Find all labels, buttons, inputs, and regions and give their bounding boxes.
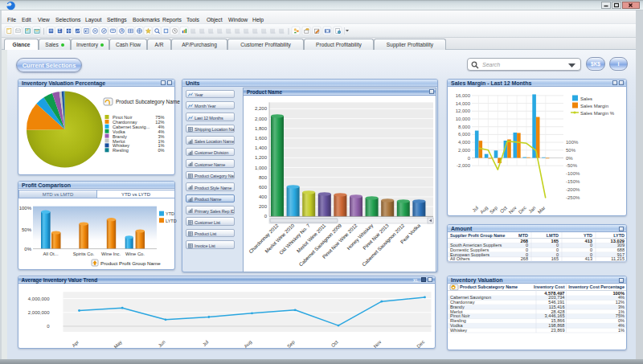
svg-text:Wine Inc.: Wine Inc. — [101, 252, 121, 256]
svg-text:LMTD: LMTD — [547, 233, 559, 238]
svg-text:0%: 0% — [158, 148, 164, 153]
svg-text:1%: 1% — [618, 328, 625, 333]
svg-text:-100%: -100% — [566, 171, 580, 176]
svg-text:Sales Margin: Sales Margin — [580, 103, 608, 108]
svg-text:Product Subcategory Name: Product Subcategory Name — [116, 99, 180, 105]
svg-text:Jul: Jul — [201, 339, 209, 347]
svg-text:2,000,000: 2,000,000 — [27, 310, 49, 315]
svg-text:Sep: Sep — [489, 205, 498, 215]
svg-text:Supplier Profit Group Name: Supplier Profit Group Name — [450, 233, 505, 238]
svg-text:0%: 0% — [566, 155, 573, 160]
svg-text:100%: 100% — [19, 206, 32, 211]
svg-text:2,200: 2,200 — [255, 106, 268, 111]
svg-text:Mar: Mar — [537, 205, 547, 215]
svg-text:Inventory Cost: Inventory Cost — [534, 284, 565, 289]
svg-text:4,000: 4,000 — [458, 140, 471, 145]
svg-text:Whiskey: Whiskey — [450, 328, 467, 333]
svg-text:Sales Margin %: Sales Margin % — [580, 110, 615, 115]
svg-text:Dec: Dec — [416, 339, 425, 349]
svg-text:May: May — [113, 339, 122, 349]
svg-text:600: 600 — [259, 184, 268, 189]
svg-text:100%: 100% — [566, 139, 579, 144]
svg-text:1,200: 1,200 — [255, 155, 268, 160]
svg-text:-200%: -200% — [566, 186, 580, 191]
svg-text:6,000: 6,000 — [458, 132, 471, 137]
svg-text:Apr: Apr — [71, 339, 80, 348]
svg-text:Jan: Jan — [528, 205, 537, 214]
svg-text:1,800: 1,800 — [255, 125, 268, 130]
svg-text:Product Profit Group Name: Product Profit Group Name — [100, 260, 161, 266]
svg-text:268: 268 — [521, 256, 528, 261]
svg-text:Jun: Jun — [157, 339, 166, 348]
svg-text:0: 0 — [264, 214, 268, 219]
svg-text:16,000: 16,000 — [456, 92, 471, 97]
svg-text:YTD: YTD — [584, 233, 592, 238]
svg-text:400: 400 — [259, 194, 268, 199]
svg-text:All Ot...: All Ot... — [43, 252, 58, 256]
svg-text:50%: 50% — [566, 147, 576, 152]
svg-text:Nov: Nov — [508, 205, 518, 215]
svg-text:4,000,000: 4,000,000 — [27, 297, 49, 301]
svg-text:-150%: -150% — [566, 178, 580, 183]
svg-text:Nov: Nov — [372, 339, 382, 349]
svg-text:1,400: 1,400 — [255, 145, 268, 150]
svg-text:MTD: MTD — [518, 233, 528, 238]
svg-text:YTD: YTD — [166, 211, 174, 216]
svg-text:10,000: 10,000 — [456, 117, 471, 121]
svg-text:2,000: 2,000 — [458, 147, 471, 152]
svg-text:0%: 0% — [24, 247, 31, 252]
svg-text:165: 165 — [551, 256, 559, 261]
svg-text:Wine Co.: Wine Co. — [125, 252, 145, 256]
svg-text:2,000: 2,000 — [255, 116, 268, 121]
svg-text:50%: 50% — [22, 227, 32, 232]
svg-text:Sales: Sales — [580, 96, 592, 100]
svg-text:Inventory Cost Percentage: Inventory Cost Percentage — [568, 284, 625, 289]
svg-text:All Others: All Others — [450, 256, 470, 261]
svg-text:23,869: 23,869 — [551, 328, 564, 333]
svg-text:Dec: Dec — [518, 205, 527, 215]
svg-text:Spirits Co.: Spirits Co. — [73, 252, 95, 256]
svg-text:1,600: 1,600 — [255, 135, 268, 140]
svg-text:413: 413 — [585, 256, 592, 261]
svg-text:11,215: 11,215 — [611, 256, 625, 261]
svg-text:1,000: 1,000 — [255, 165, 268, 170]
svg-text:Oct: Oct — [330, 339, 338, 348]
svg-text:Aug: Aug — [479, 205, 489, 215]
svg-text:Jul: Jul — [472, 205, 480, 213]
svg-text:-50%: -50% — [566, 163, 578, 168]
svg-text:800: 800 — [259, 174, 268, 179]
svg-text:-250%: -250% — [566, 194, 580, 199]
svg-text:0: 0 — [468, 155, 471, 160]
svg-text:Aug: Aug — [243, 339, 252, 349]
svg-text:Oct: Oct — [499, 205, 508, 214]
svg-text:12,000: 12,000 — [456, 108, 471, 113]
svg-text:0: 0 — [47, 324, 50, 329]
svg-text:200: 200 — [259, 204, 268, 209]
svg-text:LYTD: LYTD — [613, 233, 625, 238]
svg-text:14,000: 14,000 — [456, 100, 471, 105]
svg-text:8,000: 8,000 — [458, 124, 471, 129]
svg-text:LYTD: LYTD — [166, 219, 177, 223]
svg-text:Sep: Sep — [286, 339, 296, 349]
svg-text:Riesling: Riesling — [113, 148, 129, 153]
svg-text:Product Subcategory Name: Product Subcategory Name — [460, 284, 518, 289]
svg-text:-2,000: -2,000 — [457, 163, 471, 168]
